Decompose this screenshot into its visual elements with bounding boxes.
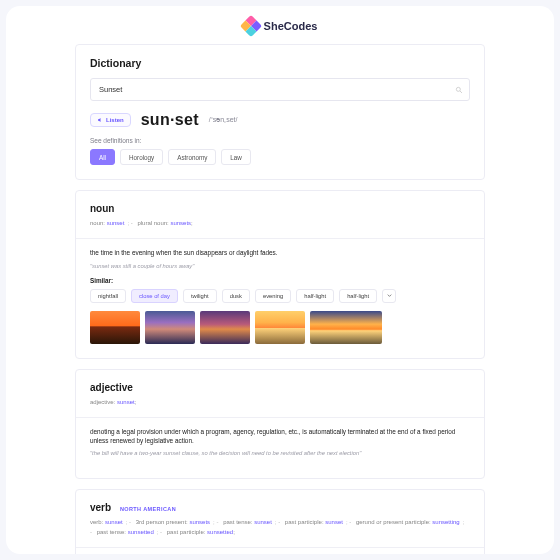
- filter-chip[interactable]: Law: [221, 149, 251, 165]
- pos-card-noun: noun noun: sunset; - plural noun: sunset…: [75, 190, 485, 359]
- similar-chip[interactable]: half-light: [339, 289, 377, 303]
- listen-label: Listen: [106, 117, 124, 123]
- search-input[interactable]: [90, 78, 470, 101]
- thumbnail[interactable]: [145, 311, 195, 344]
- similar-chip[interactable]: twilight: [183, 289, 217, 303]
- forms-verb: verb: sunset; - 3rd person present: suns…: [90, 518, 470, 537]
- chevron-down-icon: [386, 292, 393, 299]
- pos-title-adjective: adjective: [90, 382, 470, 393]
- filter-chip[interactable]: All: [90, 149, 115, 165]
- headword-row: Listen sun·set /ˈsənˌset/: [90, 111, 470, 129]
- similar-label: Similar:: [90, 277, 470, 284]
- similar-chip[interactable]: evening: [255, 289, 291, 303]
- page-title: Dictionary: [90, 57, 470, 69]
- forms-noun: noun: sunset; - plural noun: sunsets;: [90, 219, 470, 228]
- thumbnail[interactable]: [90, 311, 140, 344]
- thumbnail[interactable]: [200, 311, 250, 344]
- search-icon[interactable]: [455, 86, 463, 94]
- thumbnail[interactable]: [310, 311, 382, 344]
- listen-button[interactable]: Listen: [90, 113, 131, 127]
- pos-label-verb: verb: [90, 502, 111, 513]
- similar-chip[interactable]: dusk: [222, 289, 250, 303]
- pos-title-verb: verb NORTH AMERICAN: [90, 502, 470, 513]
- divider: [76, 417, 484, 418]
- definition-filter-chips: AllHorologyAstronomyLaw: [90, 149, 470, 165]
- pos-title-noun: noun: [90, 203, 470, 214]
- app-frame: SheCodes Dictionary Listen sun·set /ˈsən…: [6, 6, 554, 554]
- example-adjective: "the bill will have a two-year sunset cl…: [90, 450, 470, 456]
- svg-point-0: [456, 87, 460, 91]
- thumbnail[interactable]: [255, 311, 305, 344]
- filter-chip[interactable]: Horology: [120, 149, 163, 165]
- brand-name: SheCodes: [264, 20, 318, 32]
- svg-line-1: [460, 91, 462, 93]
- image-row: [90, 311, 470, 344]
- brand-logo-icon: [239, 15, 262, 38]
- forms-adjective: adjective: sunset;: [90, 398, 470, 407]
- filter-chip[interactable]: Astronomy: [168, 149, 216, 165]
- example-noun: "sunset was still a couple of hours away…: [90, 263, 470, 269]
- audio-icon: [97, 117, 103, 123]
- pos-card-adjective: adjective adjective: sunset; denoting a …: [75, 369, 485, 480]
- search-wrap: [90, 78, 470, 101]
- definition-noun: the time in the evening when the sun dis…: [90, 248, 470, 257]
- more-similar-button[interactable]: [382, 289, 396, 303]
- pronunciation: /ˈsənˌset/: [209, 116, 238, 124]
- brand-header: SheCodes: [6, 18, 554, 34]
- divider: [76, 238, 484, 239]
- divider: [76, 547, 484, 548]
- dictionary-card: Dictionary Listen sun·set /ˈsənˌset/ See…: [75, 44, 485, 180]
- definitions-in-label: See definitions in:: [90, 137, 470, 144]
- similar-chip[interactable]: close of day: [131, 289, 178, 303]
- similar-chip[interactable]: nightfall: [90, 289, 126, 303]
- pos-card-verb: verb NORTH AMERICAN verb: sunset; - 3rd …: [75, 489, 485, 554]
- similar-chip[interactable]: half-light: [296, 289, 334, 303]
- similar-chips: nightfallclose of daytwilightduskevening…: [90, 289, 470, 303]
- headword: sun·set: [141, 111, 199, 129]
- definition-adjective: denoting a legal provision under which a…: [90, 427, 470, 446]
- region-tag: NORTH AMERICAN: [120, 506, 176, 512]
